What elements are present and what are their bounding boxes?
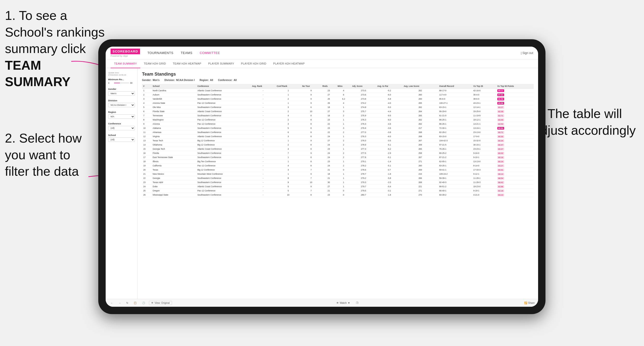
col-conference: Conference <box>196 84 250 89</box>
content-panel: Team Standings Gender: Men's Division: N… <box>138 68 538 299</box>
logo-area: SCOREBOARD Powered by clippi <box>110 49 140 57</box>
standings-table: # School Conference Avg. Rank Conf Rank … <box>142 84 534 197</box>
tab-player-h2h-heatmap[interactable]: PLAYER H2H HEATMAP <box>270 59 308 68</box>
logo-text: SCOREBOARD <box>110 49 140 54</box>
school-select[interactable]: (All) <box>108 137 135 142</box>
col-rank: # <box>142 84 151 89</box>
instruction-step1: 1. To see a School's rankings summary cl… <box>5 7 108 90</box>
update-time: Update time: 27/03/2024 16:56:26 <box>108 72 135 76</box>
table-row: 20 Texas Big 12 Conference - 3 7 21 0 27… <box>142 168 534 172</box>
tab-bar: TEAM SUMMARY TEAM H2H GRID TEAM H2H HEAT… <box>106 59 538 68</box>
col-rnds: Rnds <box>321 84 336 89</box>
table-row: 6 Florida State Atlantic Coast Conferenc… <box>142 109 534 114</box>
view-original-icon: 👁 <box>151 302 154 304</box>
col-conf-rank: Conf Rank <box>276 84 301 89</box>
filter-region: Region N/A All <box>108 111 135 119</box>
conference-select[interactable]: (All) <box>108 126 135 130</box>
table-row: 1 North Carolina Atlantic Coast Conferen… <box>142 89 534 93</box>
filter-gender: Gender Men's Women's <box>108 88 135 96</box>
view-original-button[interactable]: 👁 View: Original <box>149 301 172 305</box>
table-row: 4 Arizona State Pac-12 Conference - 1 9 … <box>142 101 534 105</box>
table-row: 21 New Mexico Mountain West Conference -… <box>142 172 534 176</box>
toolbar-back[interactable]: ← <box>109 301 114 305</box>
col-avg-to-par: Avg. to Par <box>376 84 402 89</box>
logo-sub: Powered by clippi <box>110 55 140 57</box>
table-row: 2 Auburn Southeastern Conference - 1 9 2… <box>142 93 534 97</box>
division-select[interactable]: NCAA Division I NCAA Division II NCAA Di… <box>108 103 135 107</box>
watch-chevron: ▼ <box>348 302 350 304</box>
tab-team-h2h-grid[interactable]: TEAM H2H GRID <box>140 59 169 68</box>
table-row: 15 Georgia Tech Atlantic Coast Conferenc… <box>142 147 534 151</box>
col-avg-rank: Avg. Rank <box>250 84 276 89</box>
watch-button[interactable]: 👁 Watch ▼ <box>336 302 350 304</box>
toolbar-forward[interactable]: → <box>117 301 122 305</box>
tab-team-summary[interactable]: TEAM SUMMARY <box>110 59 140 68</box>
table-row: 14 Oklahoma Big 12 Conference - 2 8 24 2… <box>142 143 534 147</box>
table-row: 24 Duke Atlantic Coast Conference - 5 9 … <box>142 184 534 189</box>
toolbar-copy[interactable]: 📋 <box>132 301 138 305</box>
col-overall: Overall Record <box>438 84 472 89</box>
toolbar-refresh[interactable]: ↻ <box>125 301 130 305</box>
table-row: 10 Alabama Southeastern Conference - 5 8… <box>142 126 534 130</box>
filter-conference: Conference (All) <box>108 122 135 130</box>
main-content: Update time: 27/03/2024 16:56:26 Minimum… <box>106 68 538 299</box>
table-row: 18 Illinois Big Ten Conference - 1 8 23 … <box>142 160 534 164</box>
tab-player-summary[interactable]: PLAYER SUMMARY <box>205 59 238 68</box>
col-vs25: Vs Top 25 <box>472 84 496 89</box>
share-icon: 🔁 <box>524 302 527 304</box>
table-row: 23 Texas A&M Southeastern Conference - 9… <box>142 180 534 184</box>
toolbar-resize[interactable]: ❐ <box>354 301 360 305</box>
gender-select[interactable]: Men's Women's <box>108 91 135 96</box>
tablet-screen: SCOREBOARD Powered by clippi TOURNAMENTS… <box>106 47 538 307</box>
table-row: 22 Georgia Southeastern Conference - 8 7… <box>142 176 534 180</box>
table-row: 16 Florida Southeastern Conference - 7 9… <box>142 151 534 155</box>
panel-title: Team Standings <box>142 72 534 77</box>
sidebar: Update time: 27/03/2024 16:56:26 Minimum… <box>106 68 138 299</box>
filter-division: Division NCAA Division I NCAA Division I… <box>108 99 135 107</box>
tablet-frame: SCOREBOARD Powered by clippi TOURNAMENTS… <box>98 39 546 314</box>
table-row: 12 Virginia Atlantic Coast Conference - … <box>142 135 534 139</box>
table-row: 17 East Tennessee State Southeastern Con… <box>142 155 534 160</box>
table-row: 8 Washington Pac-12 Conference - 2 8 23 … <box>142 118 534 122</box>
nav-tournaments[interactable]: TOURNAMENTS <box>148 51 174 55</box>
filter-minimum-round: Minimum Ro... 4 30 <box>108 78 135 84</box>
instruction-step2: 2. Select how you want to filter the dat… <box>5 130 82 180</box>
sign-out[interactable]: | Sign out <box>521 51 534 55</box>
instruction-step3: 3. The table will adjust accordingly <box>534 106 637 139</box>
col-no-tour: No Tour <box>301 84 322 89</box>
table-row: 19 California Pac-12 Conference - 4 8 24… <box>142 164 534 168</box>
nav-bar: SCOREBOARD Powered by clippi TOURNAMENTS… <box>106 47 538 59</box>
filter-school: School (All) <box>108 134 135 142</box>
col-vs50-points: Vs Top 50 Points <box>496 84 534 89</box>
toolbar-clock[interactable]: 🕐 <box>140 301 146 305</box>
col-avg-low: Avg. Low Score <box>402 84 438 89</box>
nav-teams[interactable]: TEAMS <box>181 51 192 55</box>
step1-bold: TEAM SUMMARY <box>5 58 70 89</box>
table-row: 11 Arkansas Southeastern Conference - 6 … <box>142 130 534 135</box>
nav-committee[interactable]: COMMITTEE <box>200 51 220 55</box>
filter-row: Gender: Men's Division: NCAA Division I … <box>142 79 534 81</box>
col-school: School <box>151 84 196 89</box>
tab-player-h2h-grid[interactable]: PLAYER H2H GRID <box>238 59 270 68</box>
region-select[interactable]: N/A All <box>108 114 135 119</box>
table-row: 5 Ole Miss Southeastern Conference - 3 6… <box>142 105 534 109</box>
tab-team-h2h-heatmap[interactable]: TEAM H2H HEATMAP <box>169 59 205 68</box>
table-row: 25 Oregon Pac-12 Conference - 5 7 21 0 2… <box>142 189 534 193</box>
col-adj-score: Adj. Score <box>351 84 376 89</box>
watch-icon: 👁 <box>336 302 339 304</box>
table-row: 3 Vanderbilt Southeastern Conference - 2… <box>142 97 534 101</box>
col-wins: Wins <box>336 84 351 89</box>
nav-links: TOURNAMENTS TEAMS COMMITTEE <box>148 51 521 55</box>
table-row: 26 Mississippi State Southeastern Confer… <box>142 193 534 197</box>
share-button[interactable]: 🔁 Share <box>524 302 535 304</box>
bottom-toolbar: ← → ↻ 📋 🕐 👁 View: Original 👁 Watch ▼ ❐ 🔁… <box>106 299 538 307</box>
table-row: 7 Tennessee Southeastern Conference - 4 … <box>142 114 534 118</box>
table-row: 13 Texas Tech Big 12 Conference - 1 9 27… <box>142 139 534 143</box>
table-row: 9 Arizona Pac-12 Conference - 3 8 22 1 2… <box>142 122 534 126</box>
